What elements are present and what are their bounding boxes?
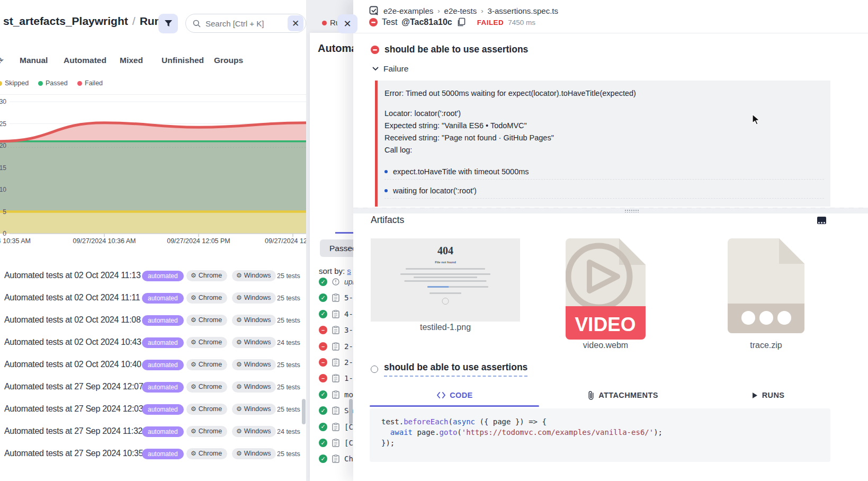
y-tick-label: 15: [0, 164, 6, 172]
tag-chip-windows: ⚙Windows: [232, 359, 276, 370]
sort-by-link[interactable]: s: [347, 266, 351, 275]
legend-dot: [0, 81, 2, 86]
list-item[interactable]: ✓[C: [319, 421, 353, 433]
tag-chip-windows: ⚙Windows: [232, 315, 276, 326]
legend-item-skipped[interactable]: Skipped: [0, 79, 29, 87]
y-tick-label: 10: [0, 186, 6, 193]
code-token: test.: [381, 417, 404, 426]
passed-icon: ✓: [319, 390, 327, 399]
tag-label: Windows: [244, 339, 271, 346]
filter-button[interactable]: [158, 14, 178, 33]
run-type-badge: automated: [142, 315, 184, 326]
list-item[interactable]: –1-: [319, 372, 353, 385]
table-row[interactable]: Automated tests at 27 Sep 2024 10:35auto…: [0, 443, 306, 466]
tab-code[interactable]: CODE: [370, 387, 540, 404]
failure-section-toggle[interactable]: Failure: [372, 64, 408, 74]
x-tick-label: 09/27/2024 12:05 PM: [167, 237, 230, 245]
tag-chip-chrome: ⚙Chrome: [186, 315, 227, 326]
table-row[interactable]: Automated tests at 27 Sep 2024 12:03auto…: [0, 399, 306, 421]
breadcrumb-separator: ›: [437, 7, 440, 15]
list-item[interactable]: ✓uplo: [319, 275, 358, 288]
table-row[interactable]: Automated tests at 02 Oct 2024 11:13auto…: [0, 265, 306, 288]
error-line: Call log:: [384, 146, 412, 154]
clipboard-icon: [332, 406, 339, 415]
tab-groups[interactable]: Groups: [214, 56, 243, 65]
left-scrollbar-thumb[interactable]: [302, 399, 306, 424]
code-token: goto: [440, 428, 458, 437]
list-item[interactable]: ✓[C: [319, 437, 353, 449]
tab-manual[interactable]: Manual: [20, 56, 48, 65]
tag-label: Chrome: [199, 450, 222, 457]
list-item[interactable]: ✓5-: [319, 291, 353, 304]
list-item[interactable]: –2-: [319, 340, 353, 353]
code-token: });: [381, 439, 395, 447]
tag-label: Chrome: [199, 272, 222, 279]
attachment-icon: [588, 391, 594, 400]
legend-item-failed[interactable]: Failed: [77, 79, 103, 87]
gear-icon: ⚙: [236, 316, 242, 324]
legend-dot: [77, 81, 82, 86]
close-icon[interactable]: ✕: [337, 14, 357, 33]
tab-unfinished[interactable]: Unfinished: [162, 56, 204, 65]
table-row[interactable]: Automated tests at 27 Sep 2024 11:32auto…: [0, 421, 306, 443]
artifact-video-thumbnail[interactable]: VIDEO: [566, 238, 646, 340]
list-item[interactable]: ✓4-: [319, 308, 353, 320]
list-item[interactable]: ✓Sm: [319, 404, 353, 417]
tab-attachments[interactable]: ATTACHMENTS: [540, 387, 706, 404]
octocat-logo: [442, 298, 449, 305]
clipboard-icon: [332, 439, 339, 447]
passed-icon: ✓: [319, 455, 327, 463]
artifact-zip-thumbnail[interactable]: [728, 238, 804, 333]
tag-label: Chrome: [199, 427, 222, 435]
run-title: Automated tests at 02 Oct 2024 10:43: [4, 337, 141, 347]
list-item[interactable]: –3-: [319, 324, 353, 336]
middle-scrollbar-thumb[interactable]: [349, 399, 353, 424]
gear-icon: ⚙: [191, 316, 196, 324]
project-name[interactable]: st_artefacts_Playwright: [3, 15, 128, 27]
legend-item-passed[interactable]: Passed: [38, 79, 68, 87]
breadcrumb-segment[interactable]: 3-assertions.spec.ts: [488, 6, 558, 15]
table-row[interactable]: Automated tests at 02 Oct 2024 10:43auto…: [0, 332, 306, 354]
tag-label: Windows: [244, 361, 271, 368]
bullet-icon: [384, 170, 388, 173]
list-item[interactable]: ✓Ch: [319, 452, 353, 465]
tab-runs[interactable]: RUNS: [706, 387, 830, 404]
tab-mixed[interactable]: Mixed: [120, 56, 143, 65]
table-row[interactable]: Automated tests at 02 Oct 2024 11:08auto…: [0, 310, 306, 332]
artifact-image-thumbnail[interactable]: 404 File not found: [371, 238, 520, 322]
run-test-count: 25 tests: [277, 384, 300, 391]
spec-name: [C: [344, 439, 353, 447]
refresh-icon[interactable]: ⟳: [0, 55, 4, 67]
code-block[interactable]: test.beforeEach(async ({ page }) => { aw…: [370, 408, 830, 462]
y-tick-label: 5: [3, 208, 6, 216]
run-test-count: 25 tests: [277, 317, 300, 324]
breadcrumb-segment[interactable]: e2e-tests: [444, 6, 477, 15]
clipboard-icon: [332, 455, 339, 463]
linked-test-link[interactable]: should be able to use assertions: [384, 362, 527, 377]
legend-label: Passed: [46, 79, 68, 87]
tab-automated[interactable]: Automated: [64, 56, 106, 65]
copy-icon[interactable]: [457, 17, 466, 27]
table-row[interactable]: Automated tests at 02 Oct 2024 10:40auto…: [0, 354, 306, 377]
tag-label: Windows: [244, 427, 271, 435]
gallery-view-icon[interactable]: [817, 217, 826, 224]
tag-chip-chrome: ⚙Chrome: [186, 337, 227, 348]
clipboard-icon: [332, 293, 339, 302]
spec-file-icon: [369, 6, 379, 16]
tag-chip-chrome: ⚙Chrome: [186, 270, 227, 281]
gear-icon: ⚙: [191, 361, 196, 368]
search-clear-button[interactable]: ✕: [288, 15, 303, 31]
table-row[interactable]: Automated tests at 02 Oct 2024 11:11auto…: [0, 288, 306, 310]
run-type-badge: automated: [142, 271, 184, 281]
runs-trend-chart[interactable]: 05101520253009/27/2024 10:35 AM09/27/202…: [0, 97, 306, 246]
run-type-badge: automated: [142, 360, 184, 370]
divider: [384, 179, 824, 180]
table-row[interactable]: Automated tests at 27 Sep 2024 12:07auto…: [0, 377, 306, 399]
gear-icon: ⚙: [191, 383, 196, 390]
test-detail-panel: e2e-examples›e2e-tests›3-assertions.spec…: [353, 0, 868, 481]
drag-handle[interactable]: [624, 209, 639, 212]
call-log-text: expect.toHaveTitle with timeout 5000ms: [393, 167, 529, 176]
list-item[interactable]: –2-: [319, 356, 353, 369]
breadcrumb-segment[interactable]: e2e-examples: [383, 6, 433, 15]
list-item[interactable]: ✓mo: [319, 388, 353, 401]
